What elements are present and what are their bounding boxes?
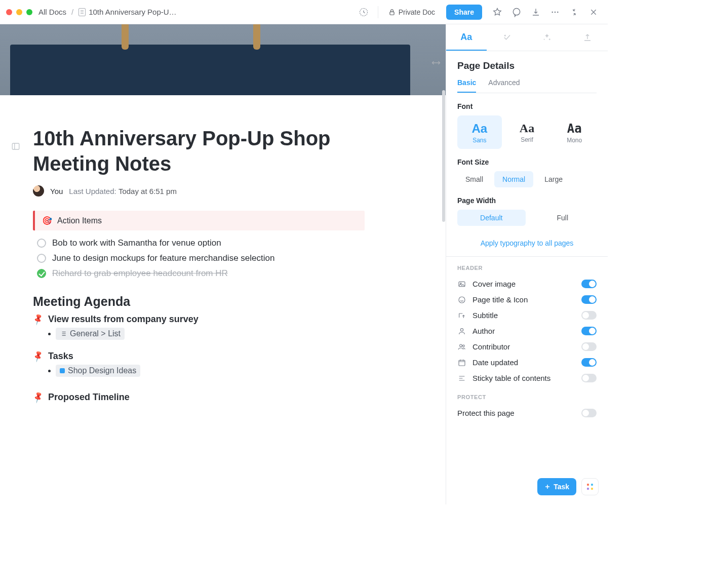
task-sub[interactable]: Shop Design Ideas (48, 365, 365, 377)
svg-rect-15 (591, 484, 593, 486)
page-title[interactable]: 10th Anniversary Pop-Up Shop Meeting Not… (33, 126, 365, 176)
row-author: Author (457, 323, 597, 339)
font-sample-icon: Aa (459, 122, 500, 136)
task-button-label: Task (554, 483, 569, 491)
row-label: Protect this page (457, 409, 575, 417)
minimize-window-icon[interactable] (16, 9, 22, 15)
breadcrumb-separator: / (71, 8, 73, 16)
size-small[interactable]: Small (457, 171, 491, 187)
row-label: Subtitle (472, 311, 575, 320)
size-normal[interactable]: Normal (494, 171, 533, 187)
size-large[interactable]: Large (536, 171, 571, 187)
pin-icon: 📌 (31, 312, 45, 326)
tab-export-icon[interactable] (567, 24, 608, 51)
privacy-label: Private Doc (399, 8, 435, 16)
chip-label: General > List (70, 329, 121, 338)
width-full[interactable]: Full (529, 210, 597, 226)
cover-graphic (10, 45, 410, 95)
pin-icon: 📌 (31, 349, 45, 363)
toggle-subtitle[interactable] (581, 311, 597, 320)
target-icon: 🎯 (42, 216, 52, 225)
checkbox-icon[interactable] (37, 239, 46, 248)
font-option-sans[interactable]: Aa Sans (457, 115, 502, 149)
tasks-heading[interactable]: 📌 Tasks (33, 351, 365, 362)
subtab-advanced[interactable]: Advanced (488, 79, 520, 93)
timeline-heading[interactable]: 📌 Proposed Timeline (33, 392, 365, 403)
action-item[interactable]: June to design mockups for feature merch… (37, 251, 365, 266)
action-item[interactable]: Bob to work with Samantha for venue opti… (37, 236, 365, 251)
row-title-icon: Page title & Icon (457, 292, 597, 307)
share-button[interactable]: Share (446, 5, 482, 20)
row-label: Contributor (472, 342, 575, 351)
action-item-text: June to design mockups for feature merch… (52, 253, 274, 263)
header-group-label: HEADER (457, 265, 597, 271)
updated-label: Last Updated: (69, 187, 116, 195)
svg-point-4 (555, 11, 556, 13)
resize-handle-icon[interactable] (431, 60, 441, 66)
close-window-icon[interactable] (6, 9, 12, 15)
font-size-picker: Small Normal Large (457, 171, 597, 187)
protect-group-label: PROTECT (457, 394, 597, 400)
breadcrumb-root[interactable]: All Docs (38, 8, 66, 16)
row-subtitle: Subtitle (457, 307, 597, 323)
agenda-item[interactable]: 📌 View results from company survey (33, 314, 365, 325)
agenda-heading[interactable]: Meeting Agenda (33, 294, 365, 309)
breadcrumb-current[interactable]: 10th Anniversary Pop-U… (89, 8, 176, 16)
user-icon (457, 327, 466, 335)
privacy-indicator[interactable]: Private Doc (384, 8, 439, 16)
action-item-text: Richard to grab employee headcount from … (52, 268, 228, 279)
comment-icon[interactable] (508, 4, 525, 20)
row-label: Date updated (472, 358, 575, 367)
apps-button[interactable] (581, 478, 599, 495)
svg-rect-16 (587, 488, 589, 490)
close-panel-icon[interactable] (585, 4, 602, 20)
row-label: Author (472, 327, 575, 335)
bullet-icon (48, 333, 51, 335)
new-task-button[interactable]: Task (537, 478, 576, 495)
history-icon[interactable] (356, 4, 372, 20)
tab-ai-icon[interactable] (487, 24, 527, 51)
apply-typography-link[interactable]: Apply typography to all pages (457, 235, 597, 256)
width-default[interactable]: Default (457, 210, 526, 226)
font-sample-icon: Aa (554, 122, 595, 136)
tab-typography-icon[interactable]: Aa (446, 24, 487, 51)
svg-point-2 (513, 8, 520, 15)
author-name: You (50, 187, 63, 195)
users-icon (457, 343, 466, 351)
collapse-icon[interactable] (566, 4, 582, 20)
maximize-window-icon[interactable] (26, 9, 32, 15)
font-option-mono[interactable]: Aa Mono (552, 115, 597, 149)
row-date: Date updated (457, 355, 597, 370)
view-chip[interactable]: General > List (56, 328, 125, 340)
toggle-cover[interactable] (581, 280, 597, 288)
action-item[interactable]: Richard to grab employee headcount from … (37, 266, 365, 281)
checkbox-checked-icon[interactable] (37, 269, 46, 278)
toggle-title-icon[interactable] (581, 295, 597, 304)
download-icon[interactable] (528, 4, 544, 20)
sidebar-toggle-icon[interactable] (11, 142, 20, 151)
agenda-sub[interactable]: General > List (48, 328, 365, 340)
toggle-protect[interactable] (581, 409, 597, 417)
topbar: All Docs / 10th Anniversary Pop-U… Priva… (0, 0, 608, 24)
subtitle-icon (457, 311, 466, 320)
author-avatar[interactable] (33, 185, 44, 197)
svg-point-3 (552, 11, 553, 13)
cover-image[interactable] (0, 24, 446, 95)
scrollbar[interactable] (442, 90, 446, 484)
toggle-author[interactable] (581, 327, 597, 335)
checkbox-icon[interactable] (37, 254, 46, 263)
agenda-item-text: View results from company survey (48, 314, 199, 325)
subtab-basic[interactable]: Basic (457, 79, 476, 93)
favorite-icon[interactable] (489, 4, 505, 20)
more-icon[interactable] (547, 4, 563, 20)
font-name: Sans (459, 137, 500, 144)
tab-stars-icon[interactable] (527, 24, 568, 51)
toggle-toc[interactable] (581, 374, 597, 382)
toggle-date[interactable] (581, 358, 597, 367)
svg-rect-1 (390, 12, 394, 15)
task-chip[interactable]: Shop Design Ideas (56, 365, 140, 377)
toggle-contributor[interactable] (581, 342, 597, 351)
row-cover-image: Cover image (457, 276, 597, 292)
font-option-serif[interactable]: Aa Serif (505, 115, 549, 149)
action-items-callout[interactable]: 🎯 Action Items (33, 211, 365, 230)
